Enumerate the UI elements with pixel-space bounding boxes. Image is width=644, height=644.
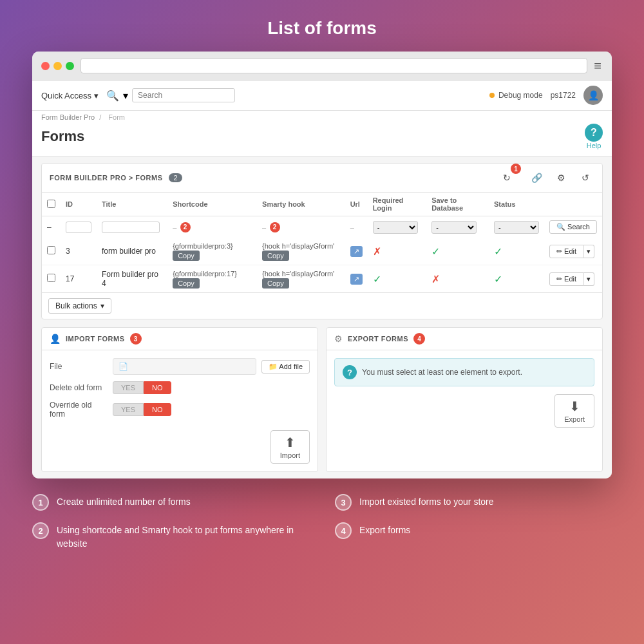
row-2-savedb: ✗: [426, 265, 489, 293]
select-all-checkbox[interactable]: [47, 200, 55, 208]
row-1-savedb-icon: ✓: [431, 246, 440, 257]
help-button[interactable]: ? Help: [585, 124, 603, 149]
export-button[interactable]: ⬇ Export: [554, 394, 594, 428]
link-icon-button[interactable]: 🔗: [527, 169, 545, 187]
copy-shortcode-1-button[interactable]: Copy: [173, 251, 200, 261]
row-2-status-icon: ✓: [494, 274, 502, 285]
browser-chrome: ≡: [32, 52, 612, 80]
add-file-button[interactable]: 📁 Add file: [261, 360, 310, 374]
bulk-actions-button[interactable]: Bulk actions ▾: [48, 298, 111, 314]
filter-url-cell: –: [345, 216, 368, 238]
delete-yes-button[interactable]: YES: [113, 381, 144, 394]
maximize-button[interactable]: [66, 62, 74, 70]
file-icon: 📄: [118, 362, 128, 371]
url-2-button[interactable]: ↗: [350, 274, 363, 285]
debug-mode-indicator: Debug mode: [489, 91, 543, 100]
row-2-url: ↗: [345, 265, 368, 293]
export-card: ⚙ EXPORT FORMS 4 ? You must select at le…: [326, 327, 603, 472]
row-1-title: form builder pro: [97, 238, 167, 265]
export-badge: 4: [413, 333, 425, 345]
filter-shortcode-cell: – 2: [167, 216, 257, 238]
page-title: List of forms: [0, 0, 644, 52]
copy-smarty-1-button[interactable]: Copy: [262, 251, 289, 261]
row-2-smarty: {hook h='displayGform' Copy: [257, 265, 345, 293]
delete-no-button[interactable]: NO: [144, 381, 171, 394]
settings-icon-button[interactable]: ⚙: [552, 169, 570, 187]
notification-badge: 1: [511, 164, 521, 174]
import-title: IMPORT FORMS: [66, 335, 125, 343]
table-row: 3 form builder pro {gformbuilderpro:3} C…: [42, 238, 602, 265]
table-section-title: FORM BUILDER PRO > FORMS: [50, 174, 162, 182]
row-1-checkbox[interactable]: [47, 246, 55, 254]
row-2-checkbox[interactable]: [47, 274, 55, 282]
table-row: 17 Form builder pro 4 {gformbuilderpro:1…: [42, 265, 602, 293]
filter-search-cell: 🔍 Search: [544, 216, 602, 238]
feature-3-text: Import existed forms to your store: [359, 494, 494, 509]
quick-access-button[interactable]: Quick Access ▾: [41, 91, 99, 100]
search-input[interactable]: [132, 88, 235, 102]
feature-2: 2 Using shortcode and Smarty hook to put…: [32, 522, 309, 551]
feature-1-number: 1: [32, 494, 49, 511]
filter-savedb-cell: -: [426, 216, 489, 238]
search-button[interactable]: 🔍 Search: [549, 220, 597, 234]
browser-window: ≡ Quick Access ▾ 🔍 ▾ Debug mode ps1722 👤…: [32, 52, 612, 478]
minimize-button[interactable]: [53, 62, 62, 70]
col-required-login: Required Login: [368, 193, 427, 216]
col-save-db: Save to Database: [426, 193, 489, 216]
bulk-caret-icon: ▾: [100, 301, 104, 310]
feature-2-number: 2: [32, 522, 49, 539]
import-section-header: 👤 IMPORT FORMS 3: [42, 328, 317, 350]
row-1-status-icon: ✓: [494, 246, 502, 257]
bulk-actions-area: Bulk actions ▾: [42, 292, 602, 319]
filter-id-input[interactable]: [66, 222, 91, 233]
copy-smarty-2-button[interactable]: Copy: [262, 278, 289, 289]
copy-shortcode-2-button[interactable]: Copy: [173, 278, 200, 289]
override-yes-button[interactable]: YES: [113, 403, 144, 416]
export-info-box: ? You must select at least one element t…: [334, 358, 594, 386]
row-2-savedb-icon: ✗: [431, 274, 440, 285]
edit-2-button[interactable]: ✏ Edit: [549, 272, 583, 286]
breadcrumb-parent[interactable]: Form Builder Pro: [41, 113, 95, 121]
url-1-button[interactable]: ↗: [350, 246, 363, 257]
user-avatar[interactable]: 👤: [583, 86, 603, 105]
import-button[interactable]: ⬆ Import: [270, 430, 310, 464]
row-1-smarty: {hook h='displayGform' Copy: [257, 238, 345, 265]
col-smarty: Smarty hook: [257, 193, 345, 216]
filter-login-select[interactable]: -: [373, 221, 418, 234]
import-badge: 3: [130, 333, 142, 345]
filter-checkbox-cell: –: [42, 216, 61, 238]
edit-1-button[interactable]: ✏ Edit: [549, 245, 583, 258]
top-nav: Quick Access ▾ 🔍 ▾ Debug mode ps1722 👤: [32, 80, 612, 111]
import-icon: 👤: [50, 334, 61, 344]
reload-icon-button[interactable]: ↺: [576, 169, 594, 187]
override-no-button[interactable]: NO: [144, 403, 171, 416]
info-circle-icon: ?: [343, 365, 357, 379]
search-caret-icon: ▾: [123, 90, 128, 102]
edit-1-caret[interactable]: ▾: [583, 245, 594, 258]
username-label: ps1722: [551, 91, 576, 100]
table-card-header: FORM BUILDER PRO > FORMS 2 ↻ 1 🔗 ⚙ ↺: [42, 164, 602, 193]
edit-2-caret[interactable]: ▾: [583, 272, 594, 286]
filter-smarty-cell: – 2: [257, 216, 345, 238]
delete-old-row: Delete old form YES NO: [50, 381, 310, 394]
features-section: 1 Create unlimited number of forms 3 Imp…: [0, 478, 644, 566]
import-export-row: 👤 IMPORT FORMS 3 File 📄 📁 Add file Delet…: [41, 327, 603, 472]
filter-status-select[interactable]: -: [494, 221, 539, 234]
main-content: FORM BUILDER PRO > FORMS 2 ↻ 1 🔗 ⚙ ↺ ID …: [32, 156, 612, 478]
filter-title-input[interactable]: [102, 222, 160, 233]
breadcrumb: Form Builder Pro / Form: [41, 113, 603, 121]
row-1-login: ✗: [368, 238, 427, 265]
row-2-title: Form builder pro 4: [97, 265, 167, 293]
row-1-savedb: ✓: [426, 238, 489, 265]
row-1-id: 3: [61, 238, 97, 265]
import-section-body: File 📄 📁 Add file Delete old form YES NO: [42, 350, 317, 471]
browser-menu-icon[interactable]: ≡: [594, 59, 603, 73]
row-2-login-icon: ✓: [373, 274, 381, 285]
row-2-id: 17: [61, 265, 97, 293]
close-button[interactable]: [41, 62, 50, 70]
address-bar[interactable]: [80, 58, 587, 73]
export-section-header: ⚙ EXPORT FORMS 4: [327, 328, 602, 350]
traffic-lights: [41, 62, 74, 70]
filter-savedb-select[interactable]: -: [431, 221, 477, 234]
override-old-toggle: YES NO: [113, 403, 171, 416]
